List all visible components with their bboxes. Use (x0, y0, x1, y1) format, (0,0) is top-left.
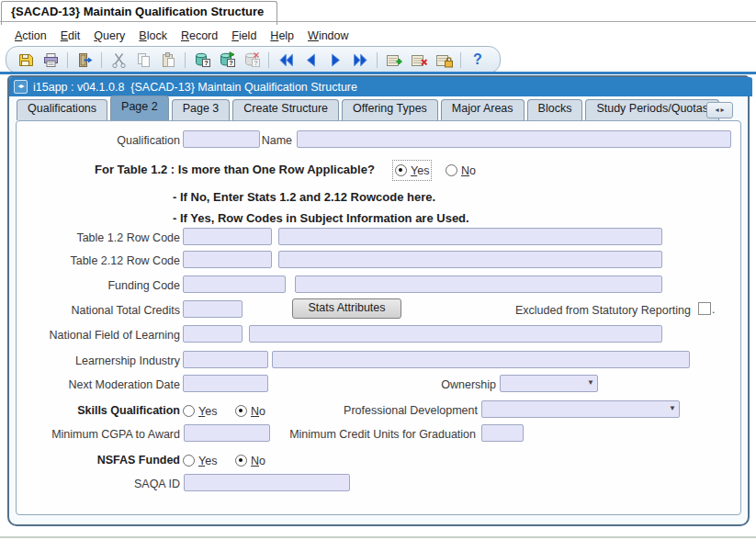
paste-icon (160, 51, 177, 69)
print-button[interactable] (39, 49, 62, 71)
toolbar-separator (67, 52, 68, 68)
table-2-12-row-code-description-input[interactable] (278, 251, 662, 268)
national-field-of-learning-description-input[interactable] (249, 325, 662, 343)
print-icon (42, 51, 60, 69)
tab-separator-line (0, 21, 756, 22)
next-record-button[interactable] (324, 49, 346, 71)
enter-query-button[interactable]: ? (191, 49, 213, 71)
table-1-2-row-code-input[interactable] (183, 228, 272, 245)
minimum-credit-units-label: Minimum Credit Units for Graduation (283, 427, 476, 443)
insert-record-button[interactable] (383, 49, 405, 71)
radio-selected-icon (395, 164, 407, 176)
menu-action[interactable]: Action (15, 29, 47, 42)
tab-offering-types[interactable]: Offering Types (342, 99, 438, 120)
tab-blocks[interactable]: Blocks (527, 99, 583, 120)
copy-button[interactable] (132, 49, 154, 71)
saqa-id-input[interactable] (184, 474, 350, 491)
minimum-credit-units-input[interactable] (481, 424, 524, 442)
tab-strip: Qualifications Page 2 Page 3 Create Stru… (17, 100, 719, 120)
toolbar-underline (0, 72, 756, 74)
first-record-icon (277, 51, 295, 69)
tab-scroll-right-icon: ▸ (721, 107, 725, 114)
menu-record[interactable]: Record (181, 29, 218, 42)
radio-selected-icon (235, 405, 247, 417)
previous-record-button[interactable] (299, 49, 322, 71)
skills-qualification-yes-radio[interactable]: Yes (183, 403, 217, 419)
paste-button[interactable] (157, 49, 179, 71)
one-row-question-label: For Table 1.2 : Is more than One Row App… (95, 163, 375, 176)
enter-query-icon: ? (194, 51, 211, 69)
last-record-button[interactable] (349, 49, 371, 71)
tab-qualifications[interactable]: Qualifications (17, 99, 107, 120)
funding-code-description-input[interactable] (295, 276, 662, 293)
national-total-credits-input[interactable] (183, 300, 243, 318)
mdi-window-tab-label: {SACAD-13} Maintain Qualification Struct… (11, 5, 264, 18)
name-input[interactable] (297, 130, 731, 148)
first-record-button[interactable] (275, 49, 297, 71)
window-title: i15app : v04.1.0.8 {SACAD-13} Maintain Q… (33, 81, 357, 94)
professional-development-label: Professional Development (320, 403, 478, 419)
excluded-statutory-suffix: . (712, 303, 715, 316)
cancel-query-button[interactable]: ? (241, 49, 263, 71)
help-button[interactable]: ? (467, 49, 489, 71)
ownership-select[interactable]: ▼ (500, 375, 598, 392)
menu-edit[interactable]: Edit (61, 29, 81, 42)
table-2-12-row-code-input[interactable] (183, 251, 272, 268)
tab-page-2[interactable]: Page 2 (110, 96, 169, 120)
lock-record-button[interactable] (433, 49, 455, 71)
cut-button[interactable] (107, 49, 130, 71)
tab-scroll-left-icon: ◂ (715, 107, 718, 114)
skills-yes-label: Yes (198, 405, 217, 418)
one-row-yes-radio[interactable]: Yes (395, 163, 429, 178)
table-2-12-row-code-label: Table 2.12 Row Code (17, 253, 180, 269)
qualification-label: Qualification (17, 133, 180, 149)
cut-icon (110, 51, 128, 69)
copy-icon (135, 51, 152, 69)
nsfas-funded-yes-radio[interactable]: Yes (183, 453, 217, 468)
svg-text:?: ? (254, 59, 258, 67)
one-row-no-radio[interactable]: No (446, 163, 476, 178)
saqa-id-label: SAQA ID (17, 477, 180, 492)
one-row-no-label: No (461, 164, 476, 177)
menu-window[interactable]: Window (308, 29, 348, 42)
minimum-cgpa-label: Minimum CGPA to Award (17, 427, 180, 443)
svg-text:?: ? (204, 59, 209, 67)
learnership-industry-input[interactable] (183, 351, 268, 368)
tab-create-structure[interactable]: Create Structure (232, 99, 339, 120)
menu-block[interactable]: Block (139, 29, 167, 42)
note-if-yes: - If Yes, Row Codes in Subject Informati… (173, 211, 469, 225)
save-button[interactable] (15, 49, 37, 71)
execute-query-button[interactable]: ? (216, 49, 238, 71)
menu-field[interactable]: Field (231, 29, 256, 42)
skills-qualification-label: Skills Qualification (17, 403, 180, 419)
tab-page-3[interactable]: Page 3 (172, 99, 231, 120)
professional-development-select[interactable]: ▼ (481, 400, 680, 418)
tab-scroll-button[interactable]: ◂▸ (706, 102, 733, 118)
tab-major-areas[interactable]: Major Areas (441, 99, 525, 120)
previous-record-icon (302, 51, 320, 69)
minimum-cgpa-input[interactable] (184, 424, 270, 442)
learnership-industry-description-input[interactable] (272, 351, 690, 368)
excluded-statutory-checkbox[interactable] (698, 302, 711, 315)
national-field-of-learning-input[interactable] (183, 325, 243, 343)
table-1-2-row-code-description-input[interactable] (278, 228, 662, 245)
national-field-of-learning-label: National Field of Learning (17, 328, 180, 343)
stats-attributes-button[interactable]: Stats Attributes (292, 298, 401, 319)
nsfas-funded-no-radio[interactable]: No (235, 453, 265, 468)
toolbar-separator (101, 52, 102, 68)
toolbar-separator (268, 52, 269, 68)
menu-help[interactable]: Help (270, 29, 294, 42)
exit-button[interactable] (73, 49, 96, 71)
menu-query[interactable]: Query (94, 29, 125, 42)
next-moderation-date-label: Next Moderation Date (17, 377, 180, 393)
tab-study-periods-quotas[interactable]: Study Periods/Quotas (585, 99, 719, 120)
skills-qualification-no-radio[interactable]: No (235, 403, 265, 419)
next-moderation-date-input[interactable] (183, 375, 268, 392)
learnership-industry-label: Learnership Industry (17, 354, 180, 369)
next-record-icon (327, 51, 344, 69)
funding-code-input[interactable] (183, 276, 286, 293)
delete-record-icon (411, 51, 428, 69)
delete-record-button[interactable] (408, 49, 430, 71)
bottom-edge-line (0, 536, 756, 538)
forms-window: ◂▸ i15app : v04.1.0.8 {SACAD-13} Maintai… (7, 75, 750, 526)
